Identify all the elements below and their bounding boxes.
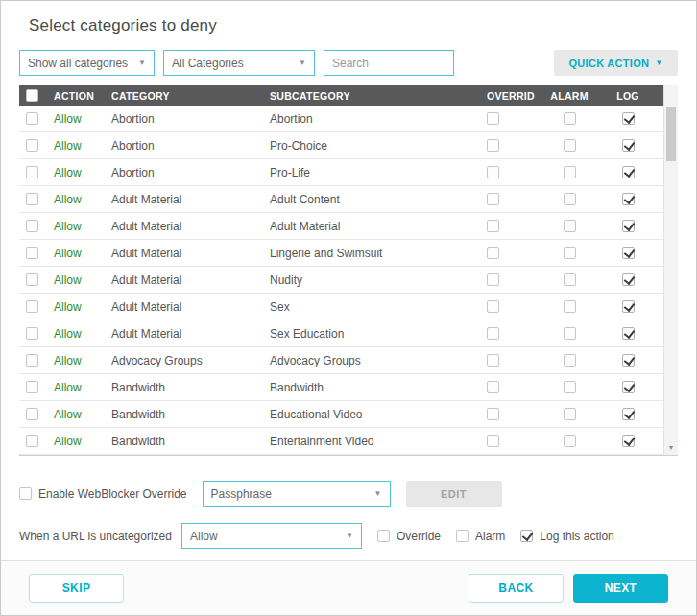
row-alarm-checkbox[interactable] bbox=[564, 435, 576, 447]
row-log-checkbox[interactable] bbox=[622, 381, 635, 393]
row-log-cell bbox=[600, 139, 656, 152]
row-alarm-checkbox[interactable] bbox=[564, 354, 576, 367]
row-select-checkbox[interactable] bbox=[26, 354, 38, 367]
table-row[interactable]: Allow Advocacy Groups Advocacy Groups bbox=[19, 347, 678, 374]
row-override-checkbox[interactable] bbox=[487, 435, 499, 447]
row-log-checkbox[interactable] bbox=[622, 354, 635, 367]
row-log-cell bbox=[600, 166, 656, 178]
row-override-cell bbox=[481, 354, 539, 367]
table-row[interactable]: Allow Adult Material Sex bbox=[19, 294, 678, 320]
table-scrollbar[interactable]: ▼ bbox=[663, 85, 678, 455]
row-override-checkbox[interactable] bbox=[487, 381, 499, 393]
table-row[interactable]: Allow Abortion Abortion bbox=[19, 106, 678, 132]
row-action: Allow bbox=[54, 247, 111, 260]
row-override-checkbox[interactable] bbox=[487, 327, 499, 340]
table-row[interactable]: Allow Bandwidth Bandwidth bbox=[19, 374, 678, 401]
table-row[interactable]: Allow Adult Material Adult Material bbox=[19, 213, 678, 240]
uncategorized-override-checkbox[interactable] bbox=[377, 530, 390, 542]
table-row[interactable]: Allow Adult Material Lingerie and Swimsu… bbox=[19, 240, 678, 267]
row-alarm-checkbox[interactable] bbox=[564, 247, 576, 259]
row-override-checkbox[interactable] bbox=[487, 220, 499, 232]
row-override-checkbox[interactable] bbox=[487, 193, 499, 205]
category-filter-dropdown[interactable]: All Categories ▼ bbox=[163, 50, 315, 76]
row-log-checkbox[interactable] bbox=[622, 247, 635, 259]
row-override-checkbox[interactable] bbox=[487, 139, 499, 152]
row-select-checkbox[interactable] bbox=[26, 166, 38, 178]
edit-button[interactable]: EDIT bbox=[406, 481, 502, 507]
row-alarm-checkbox[interactable] bbox=[564, 193, 576, 205]
row-alarm-checkbox[interactable] bbox=[564, 112, 576, 125]
skip-button[interactable]: SKIP bbox=[29, 574, 124, 603]
uncategorized-action-dropdown[interactable]: Allow ▼ bbox=[181, 523, 362, 549]
scrollbar-thumb[interactable] bbox=[666, 107, 676, 161]
column-header-category: CATEGORY bbox=[111, 90, 270, 102]
table-row[interactable]: Allow Bandwidth Entertainment Video bbox=[19, 428, 678, 455]
uncategorized-log-checkbox[interactable] bbox=[520, 530, 533, 542]
row-select-cell bbox=[19, 193, 54, 205]
uncategorized-alarm-checkbox[interactable] bbox=[456, 530, 469, 542]
next-button[interactable]: NEXT bbox=[573, 574, 668, 603]
search-input[interactable] bbox=[324, 50, 454, 76]
row-log-checkbox[interactable] bbox=[622, 112, 635, 125]
row-select-checkbox[interactable] bbox=[26, 435, 38, 447]
table-row[interactable]: Allow Adult Material Sex Education bbox=[19, 320, 678, 347]
scroll-down-arrow-icon[interactable]: ▼ bbox=[664, 440, 678, 454]
uncategorized-log-label[interactable]: Log this action bbox=[520, 530, 613, 543]
row-alarm-checkbox[interactable] bbox=[564, 381, 576, 393]
row-override-checkbox[interactable] bbox=[487, 273, 499, 286]
row-override-cell bbox=[481, 273, 539, 286]
row-select-checkbox[interactable] bbox=[26, 139, 38, 152]
row-log-checkbox[interactable] bbox=[622, 327, 635, 340]
column-header-subcategory: SUBCATEGORY bbox=[270, 90, 481, 102]
select-all-checkbox[interactable] bbox=[26, 89, 38, 102]
row-override-checkbox[interactable] bbox=[487, 112, 499, 125]
row-log-checkbox[interactable] bbox=[622, 435, 635, 447]
row-override-checkbox[interactable] bbox=[487, 300, 499, 313]
row-log-checkbox[interactable] bbox=[622, 193, 635, 205]
table-row[interactable]: Allow Abortion Pro-Choice bbox=[19, 132, 678, 159]
row-override-checkbox[interactable] bbox=[487, 166, 499, 178]
row-alarm-checkbox[interactable] bbox=[564, 220, 576, 232]
row-alarm-checkbox[interactable] bbox=[564, 408, 576, 420]
row-select-checkbox[interactable] bbox=[26, 300, 38, 313]
show-categories-dropdown[interactable]: Show all categories ▼ bbox=[19, 50, 155, 76]
override-method-dropdown[interactable]: Passphrase ▼ bbox=[203, 481, 391, 507]
row-alarm-cell bbox=[539, 300, 600, 313]
row-alarm-cell bbox=[539, 354, 600, 367]
row-override-checkbox[interactable] bbox=[487, 408, 499, 420]
row-select-checkbox[interactable] bbox=[26, 247, 38, 259]
row-override-checkbox[interactable] bbox=[487, 247, 499, 259]
row-select-checkbox[interactable] bbox=[26, 327, 38, 340]
row-log-checkbox[interactable] bbox=[622, 139, 635, 152]
enable-override-checkbox[interactable] bbox=[19, 487, 32, 500]
uncategorized-log-text: Log this action bbox=[540, 530, 613, 543]
table-row[interactable]: Allow Adult Material Adult Content bbox=[19, 186, 678, 213]
row-select-checkbox[interactable] bbox=[26, 193, 38, 205]
row-alarm-checkbox[interactable] bbox=[564, 166, 576, 178]
row-log-checkbox[interactable] bbox=[622, 273, 635, 286]
row-subcategory: Abortion bbox=[270, 112, 481, 126]
row-select-checkbox[interactable] bbox=[26, 408, 38, 420]
row-alarm-checkbox[interactable] bbox=[564, 327, 576, 340]
quick-action-button[interactable]: QUICK ACTION ▼ bbox=[554, 50, 678, 76]
row-override-checkbox[interactable] bbox=[487, 354, 499, 367]
row-log-checkbox[interactable] bbox=[622, 408, 635, 420]
row-subcategory: Bandwidth bbox=[270, 381, 481, 394]
row-select-checkbox[interactable] bbox=[26, 220, 38, 232]
enable-override-label[interactable]: Enable WebBlocker Override bbox=[19, 487, 187, 501]
back-button[interactable]: BACK bbox=[469, 574, 564, 603]
row-log-checkbox[interactable] bbox=[622, 166, 635, 178]
row-alarm-checkbox[interactable] bbox=[564, 273, 576, 286]
uncategorized-alarm-label[interactable]: Alarm bbox=[456, 530, 505, 543]
row-select-checkbox[interactable] bbox=[26, 381, 38, 393]
row-log-checkbox[interactable] bbox=[622, 220, 635, 232]
row-select-checkbox[interactable] bbox=[26, 112, 38, 125]
row-select-checkbox[interactable] bbox=[26, 273, 38, 286]
table-row[interactable]: Allow Bandwidth Educational Video bbox=[19, 401, 678, 428]
uncategorized-override-label[interactable]: Override bbox=[377, 530, 441, 543]
table-row[interactable]: Allow Adult Material Nudity bbox=[19, 267, 678, 294]
row-log-checkbox[interactable] bbox=[622, 300, 635, 313]
row-alarm-checkbox[interactable] bbox=[564, 139, 576, 152]
row-alarm-checkbox[interactable] bbox=[564, 300, 576, 313]
table-row[interactable]: Allow Abortion Pro-Life bbox=[19, 159, 678, 186]
